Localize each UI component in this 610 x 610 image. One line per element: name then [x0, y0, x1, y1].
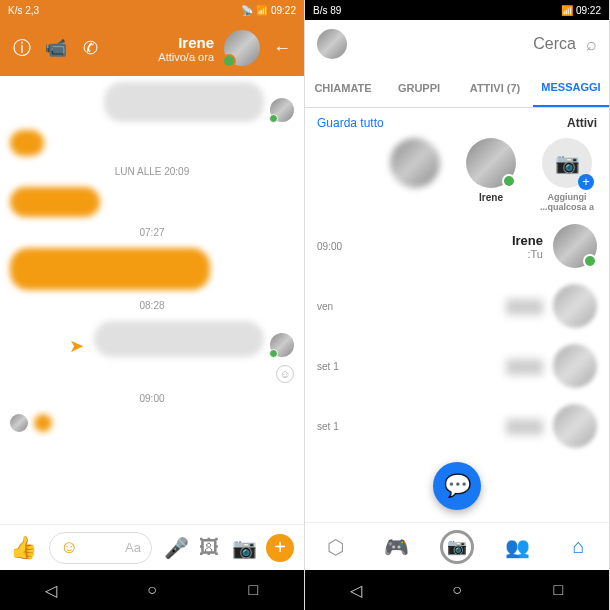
tab-messages[interactable]: MESSAGGI	[533, 68, 609, 107]
nav-camera-icon[interactable]: 📷	[427, 523, 488, 570]
active-section: Attivi Guarda tutto 📷 Aggiungi qualcosa …	[305, 108, 609, 216]
timestamp: 08:28	[10, 300, 294, 311]
conv-avatar	[553, 224, 597, 268]
sent-bubble[interactable]	[10, 187, 100, 217]
conv-name: Irene	[352, 233, 543, 248]
input-placeholder: Aa	[125, 540, 141, 555]
actives-title: Attivi	[567, 116, 597, 130]
message-row: ➤	[10, 321, 294, 357]
compose-fab[interactable]: 💬	[433, 462, 481, 510]
back-icon[interactable]: ←	[270, 38, 294, 59]
profile-avatar[interactable]	[317, 29, 347, 59]
phone-icon[interactable]: ✆	[78, 37, 102, 59]
nav-home-icon[interactable]: ⌂	[548, 523, 609, 570]
sent-bubble[interactable]	[10, 130, 44, 156]
conversation-item[interactable]: ████ 1 set	[305, 336, 609, 396]
conversation-item[interactable]: Irene Tu: 09:00	[305, 216, 609, 276]
chat-icon: 💬	[444, 473, 471, 499]
contact-name[interactable]: Irene	[112, 34, 214, 51]
conv-avatar	[553, 404, 597, 448]
wifi-icon: 📡	[241, 5, 253, 16]
tab-groups[interactable]: GRUPPI	[381, 68, 457, 107]
net-speed: 89 B/s	[313, 5, 341, 16]
android-nav: ◁ ○ □	[0, 570, 304, 610]
search-icon[interactable]: ⌕	[586, 34, 597, 55]
search-header: ⌕	[305, 20, 609, 68]
nav-people-icon[interactable]: 👥	[487, 523, 548, 570]
conv-name: ████	[343, 299, 543, 314]
typing-indicator	[10, 414, 294, 432]
gallery-icon[interactable]: 🖼	[198, 536, 220, 559]
conv-time: ven	[317, 301, 333, 312]
conv-preview: Tu:	[352, 248, 543, 260]
received-bubble[interactable]	[94, 321, 264, 357]
msg-avatar	[270, 98, 294, 122]
android-nav: ◁ ○ □	[305, 570, 609, 610]
message-row	[10, 82, 294, 122]
nav-recent-icon[interactable]: □	[243, 580, 263, 600]
status-time: 09:22	[271, 5, 296, 16]
status-time: 09:22	[576, 5, 601, 16]
tab-active[interactable]: ATTIVI (7)	[457, 68, 533, 107]
conversation-item[interactable]: ████ 1 set	[305, 396, 609, 456]
contact-status: Attivo/a ora	[112, 51, 214, 63]
share-icon[interactable]: ➤	[69, 335, 84, 357]
chat-screen: 09:22📶📡 2,3 K/s ← Irene Attivo/a ora ✆ 📹…	[0, 0, 305, 610]
net-speed: 2,3 K/s	[8, 5, 39, 16]
chat-input-bar: 👍 ☺ Aa 🎤 🖼 📷 +	[0, 524, 304, 570]
contact-avatar[interactable]	[224, 30, 260, 66]
timestamp: LUN ALLE 20:09	[10, 166, 294, 177]
video-icon[interactable]: 📹	[44, 37, 68, 59]
conv-time: 1 set	[317, 361, 339, 372]
typing-avatar	[10, 414, 28, 432]
conv-avatar	[553, 344, 597, 388]
status-bar: 09:22📶 89 B/s	[305, 0, 609, 20]
message-row	[10, 187, 294, 217]
signal-icon: 📶	[256, 5, 268, 16]
plus-button[interactable]: +	[266, 534, 294, 562]
chat-header: ← Irene Attivo/a ora ✆ 📹 ⓘ	[0, 20, 304, 76]
nav-home-icon[interactable]: ○	[142, 580, 162, 600]
mic-icon[interactable]: 🎤	[164, 536, 186, 560]
status-bar: 09:22📶📡 2,3 K/s	[0, 0, 304, 20]
message-row	[10, 130, 294, 156]
nav-back-icon[interactable]: ◁	[41, 580, 61, 600]
contact-avatar	[466, 138, 516, 188]
timestamp: 07:27	[10, 227, 294, 238]
chat-body[interactable]: LUN ALLE 20:09 07:27 08:28 ➤ ☺ 09:00	[0, 76, 304, 524]
info-icon[interactable]: ⓘ	[10, 36, 34, 60]
conv-time: 1 set	[317, 421, 339, 432]
messenger-home: 09:22📶 89 B/s ⌕ MESSAGGI ATTIVI (7) GRUP…	[305, 0, 610, 610]
conv-name: ████	[349, 359, 543, 374]
contact-name: Irene	[461, 192, 521, 203]
message-input[interactable]: ☺ Aa	[49, 532, 152, 564]
conv-avatar	[553, 284, 597, 328]
conv-name: ████	[349, 419, 543, 434]
tab-calls[interactable]: CHIAMATE	[305, 68, 381, 107]
add-story-label: Aggiungi qualcosa a...	[537, 192, 597, 212]
sent-bubble[interactable]	[10, 248, 210, 290]
active-contact[interactable]	[385, 138, 445, 212]
search-input[interactable]	[357, 35, 576, 53]
timestamp: 09:00	[10, 393, 294, 404]
thumb-icon[interactable]: 👍	[10, 535, 37, 561]
add-story[interactable]: 📷 Aggiungi qualcosa a...	[537, 138, 597, 212]
nav-games-icon[interactable]: 🎮	[366, 523, 427, 570]
nav-recent-icon[interactable]: □	[548, 580, 568, 600]
signal-icon: 📶	[561, 5, 573, 16]
view-all-link[interactable]: Guarda tutto	[317, 116, 384, 130]
tabs: MESSAGGI ATTIVI (7) GRUPPI CHIAMATE	[305, 68, 609, 108]
received-bubble[interactable]	[104, 82, 264, 122]
camera-icon[interactable]: 📷	[232, 536, 254, 560]
nav-shield-icon[interactable]: ⬡	[305, 523, 366, 570]
camera-icon: 📷	[542, 138, 592, 188]
nav-home-icon[interactable]: ○	[447, 580, 467, 600]
emoji-add-icon[interactable]: ☺	[276, 365, 294, 383]
nav-back-icon[interactable]: ◁	[346, 580, 366, 600]
typing-dot	[34, 414, 52, 432]
contact-avatar	[390, 138, 440, 188]
active-contact[interactable]: Irene	[461, 138, 521, 212]
bottom-nav: ⬡ 🎮 📷 👥 ⌂	[305, 522, 609, 570]
emoji-icon[interactable]: ☺	[60, 537, 78, 558]
conversation-item[interactable]: ████ ven	[305, 276, 609, 336]
